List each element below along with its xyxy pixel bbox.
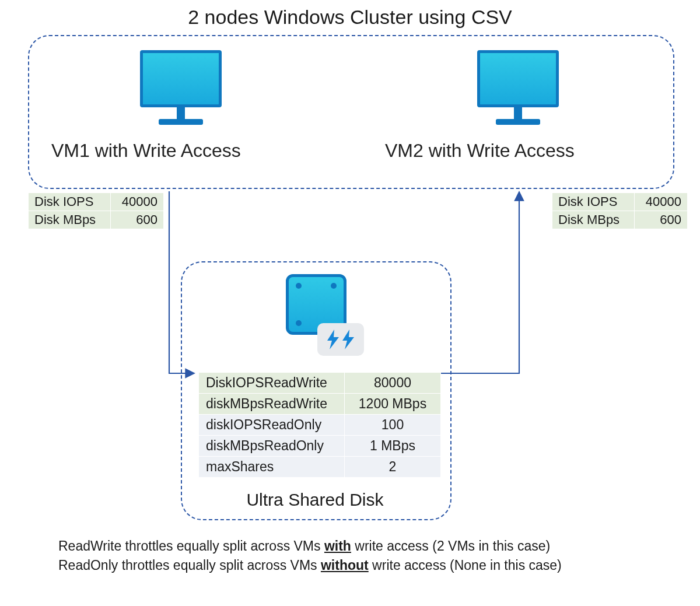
disk-property-value: 2 [345,457,441,478]
footnote-readonly: ReadOnly throttles equally split across … [58,556,642,575]
lightning-icon [341,330,355,349]
footnote-emphasis: without [321,558,369,573]
vm2-monitor-icon [471,50,565,132]
disk-property-row: DiskIOPSReadWrite80000 [199,373,441,394]
vm2-label: VM2 with Write Access [385,140,575,162]
vm1-iops-label: Disk IOPS [29,193,111,211]
vm2-stats-table: Disk IOPS 40000 Disk MBps 600 [552,192,688,229]
lightning-icon [326,330,340,349]
disk-property-value: 100 [345,415,441,436]
footnote-text: write access (2 VMs in this case) [351,538,550,554]
footnote-text: write access (None in this case) [369,558,562,573]
cluster-container [28,35,674,189]
diagram-title: 2 nodes Windows Cluster using CSV [0,6,700,29]
vm2-iops-label: Disk IOPS [552,193,635,211]
vm1-mbps-label: Disk MBps [29,211,111,229]
vm1-monitor-icon [134,50,228,132]
shared-disk-properties-table: DiskIOPSReadWrite80000diskMBpsReadWrite1… [198,372,441,478]
vm1-label: VM1 with Write Access [51,140,241,162]
footnote-text: ReadWrite throttles equally split across… [58,538,324,554]
shared-disk-label: Ultra Shared Disk [181,490,449,510]
disk-property-row: diskMBpsReadWrite1200 MBps [199,394,441,415]
disk-property-key: diskMBpsReadOnly [199,436,345,457]
disk-property-row: diskMBpsReadOnly1 MBps [199,436,441,457]
footnote-emphasis: with [324,538,351,554]
ultra-disk-icon [286,274,356,350]
vm1-iops-value: 40000 [111,193,164,211]
disk-property-key: diskIOPSReadOnly [199,415,345,436]
vm1-mbps-value: 600 [111,211,164,229]
vm2-mbps-value: 600 [635,211,688,229]
disk-property-value: 80000 [345,373,441,394]
footnote-text: ReadOnly throttles equally split across … [58,558,321,573]
vm1-stats-table: Disk IOPS 40000 Disk MBps 600 [28,192,164,229]
disk-property-key: maxShares [199,457,345,478]
disk-property-value: 1200 MBps [345,394,441,415]
diagram-footnotes: ReadWrite throttles equally split across… [58,537,642,576]
disk-property-row: maxShares2 [199,457,441,478]
disk-property-row: diskIOPSReadOnly100 [199,415,441,436]
disk-property-value: 1 MBps [345,436,441,457]
lightning-badge-icon [317,323,364,356]
disk-property-key: DiskIOPSReadWrite [199,373,345,394]
vm2-mbps-label: Disk MBps [552,211,635,229]
vm2-iops-value: 40000 [635,193,688,211]
disk-property-key: diskMBpsReadWrite [199,394,345,415]
footnote-readwrite: ReadWrite throttles equally split across… [58,537,642,556]
